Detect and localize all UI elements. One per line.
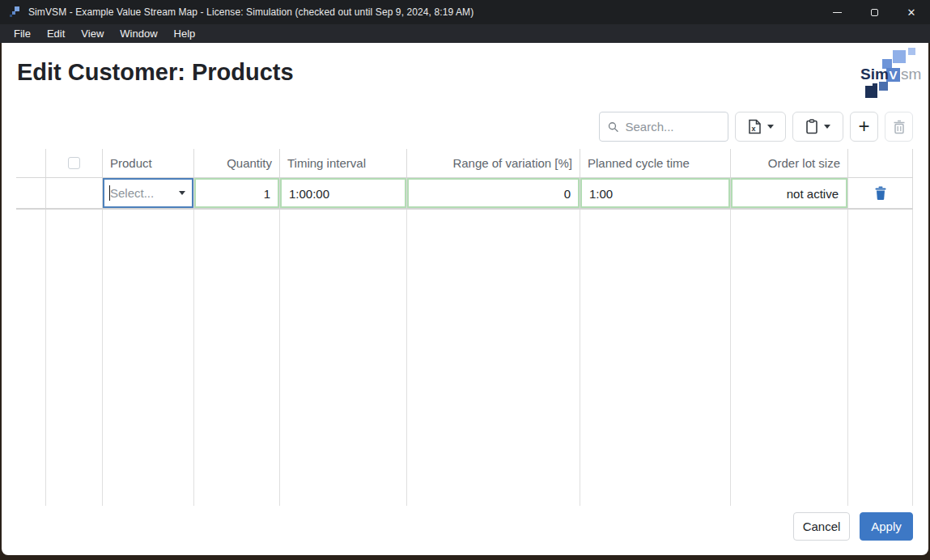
trash-icon [874, 186, 887, 201]
body-gridline-col [407, 210, 580, 506]
table-empty-body [16, 210, 913, 506]
app-logo-icon [8, 6, 21, 19]
select-all-checkbox[interactable] [68, 157, 80, 169]
maximize-icon [871, 9, 878, 16]
quantity-cell: 1 [194, 178, 280, 208]
header-product[interactable]: Product [103, 149, 194, 177]
window-controls: ✕ [818, 0, 930, 24]
add-row-button[interactable]: + [850, 112, 878, 142]
menu-window[interactable]: Window [112, 24, 165, 43]
svg-text:x: x [751, 125, 755, 133]
window-title: SimVSM - Example Value Stream Map - Lice… [28, 6, 473, 18]
row-actions-cell [848, 178, 913, 208]
menubar: File Edit View Window Help [0, 24, 930, 43]
body-gridline-col [16, 210, 46, 506]
titlebar: SimVSM - Example Value Stream Map - Lice… [0, 0, 930, 24]
header-planned-cycle-time[interactable]: Planned cycle time [580, 149, 731, 177]
close-button[interactable]: ✕ [893, 0, 930, 24]
body-gridline-col [848, 210, 913, 506]
search-icon [608, 121, 619, 134]
chevron-down-icon [179, 191, 185, 195]
cancel-button[interactable]: Cancel [793, 512, 850, 541]
apply-button[interactable]: Apply [860, 512, 913, 541]
trash-icon [893, 120, 906, 134]
dialog-client-area: Edit Customer: Products Sim V sm [2, 43, 928, 555]
header-quantity[interactable]: Quantity [194, 149, 280, 177]
menu-file[interactable]: File [6, 24, 39, 43]
app-window: SimVSM - Example Value Stream Map - Lice… [0, 0, 930, 560]
minimize-button[interactable] [818, 0, 856, 24]
delete-rows-button[interactable] [885, 112, 913, 142]
svg-text:V: V [890, 68, 898, 82]
planned-cycle-time-cell: 1:00 [580, 178, 731, 208]
row-checkbox-cell[interactable] [46, 178, 103, 208]
delete-row-button[interactable] [848, 178, 912, 208]
body-gridline-col [731, 210, 848, 506]
product-cell: Select... [103, 178, 194, 208]
chevron-down-icon [767, 125, 774, 129]
timing-interval-cell: 1:00:00 [280, 178, 407, 208]
plus-icon: + [858, 117, 869, 136]
body-gridline-col [46, 210, 103, 506]
header-select-all [46, 149, 103, 177]
table-toolbar: x + [599, 112, 913, 142]
paste-dropdown-button[interactable] [792, 112, 843, 142]
header-actions [848, 149, 913, 177]
search-input[interactable] [626, 120, 720, 134]
menu-help[interactable]: Help [166, 24, 204, 43]
page-title: Edit Customer: Products [17, 59, 294, 86]
product-select[interactable]: Select... [103, 178, 193, 208]
quantity-input[interactable]: 1 [194, 178, 279, 208]
order-lot-size-input[interactable]: not active [731, 178, 847, 208]
table-row: Select... 1 1:00:00 0 1:00 not activ [16, 178, 913, 210]
header-order-lot-size[interactable]: Order lot size [731, 149, 848, 177]
table-header-row: Product Quantity Timing interval Range o… [16, 149, 913, 178]
dialog-footer: Cancel Apply [793, 512, 913, 541]
close-icon: ✕ [907, 7, 916, 18]
excel-file-icon: x [748, 119, 762, 134]
header-range-of-variation[interactable]: Range of variation [%] [407, 149, 580, 177]
body-gridline-col [194, 210, 280, 506]
header-timing-interval[interactable]: Timing interval [280, 149, 407, 177]
body-gridline-col [280, 210, 407, 506]
row-handle-cell [16, 178, 46, 208]
svg-text:sm: sm [901, 66, 921, 83]
products-table: Product Quantity Timing interval Range o… [16, 149, 913, 506]
search-box[interactable] [599, 112, 728, 142]
planned-cycle-time-input[interactable]: 1:00 [580, 178, 730, 208]
menu-edit[interactable]: Edit [39, 24, 73, 43]
header-row-handle [16, 149, 46, 177]
body-gridline-col [580, 210, 731, 506]
product-select-placeholder: Select... [110, 179, 179, 207]
range-of-variation-input[interactable]: 0 [407, 178, 580, 208]
menu-view[interactable]: View [73, 24, 112, 43]
chevron-down-icon [824, 125, 830, 129]
timing-interval-input[interactable]: 1:00:00 [280, 178, 406, 208]
clipboard-icon [805, 119, 818, 134]
range-of-variation-cell: 0 [407, 178, 580, 208]
body-gridline-col [103, 210, 194, 506]
export-excel-dropdown-button[interactable]: x [735, 112, 786, 142]
simvsm-logo: Sim V sm [857, 46, 922, 98]
maximize-button[interactable] [856, 0, 893, 24]
order-lot-size-cell: not active [731, 178, 848, 208]
svg-text:Sim: Sim [860, 66, 889, 83]
minimize-icon [833, 12, 842, 13]
